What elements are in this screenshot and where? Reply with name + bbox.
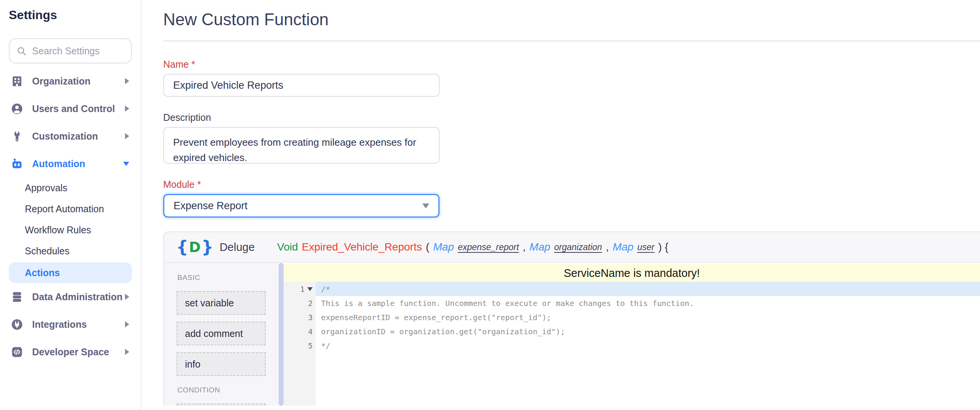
search-input[interactable] xyxy=(31,45,125,57)
sidebar-item-users-and-control[interactable]: Users and Control xyxy=(0,95,141,122)
code-text[interactable]: /* xyxy=(316,282,980,296)
code-lines: 1 /* 2 This is a sample function. Uncomm… xyxy=(284,282,980,353)
settings-sidebar: Settings Organization Users and Control xyxy=(0,0,141,410)
module-select-value: Expense Report xyxy=(174,200,248,212)
chevron-right-icon xyxy=(125,133,129,139)
module-label: Module * xyxy=(163,178,980,190)
name-field[interactable] xyxy=(163,74,440,97)
module-select[interactable]: Expense Report xyxy=(163,194,440,218)
search-icon xyxy=(16,46,27,56)
settings-app: Settings Organization Users and Control xyxy=(0,0,980,410)
code-text[interactable]: organizationID = organization.get("organ… xyxy=(316,324,980,338)
palette-scrollbar[interactable] xyxy=(279,263,284,406)
chevron-right-icon xyxy=(125,78,129,84)
signature-separator: , xyxy=(523,241,526,253)
logo-letter: D xyxy=(189,240,201,254)
sidebar-item-actions-label: Actions xyxy=(25,267,60,278)
line-number: 2 xyxy=(308,299,313,308)
sidebar-item-label: Data Administration xyxy=(32,291,123,303)
automation-subnav: Approvals Report Automation Workflow Rul… xyxy=(0,177,141,283)
page-title: New Custom Function xyxy=(163,9,980,30)
code-line[interactable]: 1 /* xyxy=(284,282,980,296)
code-editor[interactable]: ServiceName is mandatory! 1 /* 2 xyxy=(284,263,980,406)
line-number: 4 xyxy=(308,327,313,336)
palette-button-add-comment[interactable]: add comment xyxy=(177,322,266,345)
sidebar-nav: Organization Users and Control Customiza… xyxy=(0,67,141,366)
chevron-right-icon xyxy=(125,106,129,112)
code-line[interactable]: 4 organizationID = organization.get("org… xyxy=(284,324,980,338)
signature-return-type: Void xyxy=(277,241,298,253)
code-gutter: 2 xyxy=(284,299,316,308)
code-text[interactable]: expenseReportID = expense_report.get("re… xyxy=(316,310,980,324)
title-divider xyxy=(163,41,980,41)
sidebar-item-label: Organization xyxy=(32,76,91,87)
palette-section-title: BASIC xyxy=(177,273,266,282)
line-number: 3 xyxy=(308,313,313,322)
signature-separator: , xyxy=(606,241,609,253)
function-signature: Void Expired_Vehicle_Reports ( Map expen… xyxy=(277,232,672,262)
chevron-right-icon xyxy=(125,321,129,327)
chevron-right-icon xyxy=(125,349,129,355)
code-icon xyxy=(10,345,23,358)
code-line[interactable]: 2 This is a sample function. Uncomment t… xyxy=(284,296,980,310)
module-label-text: Module xyxy=(163,179,195,190)
logo-close-brace: } xyxy=(201,239,213,255)
main-content: New Custom Function Name * Description P… xyxy=(142,0,980,410)
code-line[interactable]: 3 expenseReportID = expense_report.get("… xyxy=(284,310,980,324)
fold-caret-icon[interactable] xyxy=(307,287,313,291)
palette-section-title: CONDITION xyxy=(177,386,266,394)
chevron-down-icon xyxy=(123,162,129,166)
signature-param-type: Map xyxy=(529,241,550,253)
code-gutter: 4 xyxy=(284,327,316,336)
statement-palette: BASIC set variable add comment info COND… xyxy=(164,263,279,406)
sidebar-item-developer-space[interactable]: Developer Space xyxy=(0,338,141,366)
sidebar-item-report-automation[interactable]: Report Automation xyxy=(0,198,141,220)
sidebar-item-actions[interactable]: Actions xyxy=(9,262,132,283)
sidebar-item-integrations[interactable]: Integrations xyxy=(0,311,141,338)
code-text[interactable]: This is a sample function. Uncomment to … xyxy=(316,296,980,310)
line-number: 5 xyxy=(308,341,313,350)
signature-param-name[interactable]: organization xyxy=(554,242,602,252)
name-label: Name * xyxy=(163,58,980,70)
palette-button-info[interactable]: info xyxy=(177,352,266,376)
settings-search-box[interactable] xyxy=(9,38,132,63)
sidebar-item-organization[interactable]: Organization xyxy=(0,67,141,95)
sidebar-item-customization[interactable]: Customization xyxy=(0,122,141,150)
user-icon xyxy=(10,102,23,115)
sidebar-item-schedules[interactable]: Schedules xyxy=(0,241,141,262)
signature-param-type: Map xyxy=(613,241,633,253)
sidebar-item-label: Users and Control xyxy=(32,103,115,114)
robot-icon xyxy=(10,157,23,170)
editor-header: { D } Deluge Void Expired_Vehicle_Report… xyxy=(164,232,980,263)
validation-banner: ServiceName is mandatory! xyxy=(284,264,980,282)
logo-open-brace: { xyxy=(176,239,188,255)
wrench-icon xyxy=(10,130,23,143)
signature-param-type: Map xyxy=(433,241,454,253)
code-gutter: 5 xyxy=(284,341,316,350)
sidebar-item-data-administration[interactable]: Data Administration xyxy=(0,283,141,311)
editor-brand-name: Deluge xyxy=(219,241,255,254)
building-icon xyxy=(10,75,23,88)
signature-function-name: Expired_Vehicle_Reports xyxy=(302,241,422,253)
sidebar-item-label: Customization xyxy=(32,131,98,142)
code-text[interactable]: */ xyxy=(316,338,980,353)
plug-icon xyxy=(10,318,23,331)
sidebar-item-label: Developer Space xyxy=(32,347,109,358)
line-number: 1 xyxy=(300,285,305,294)
deluge-logo-icon: { D } xyxy=(176,239,213,255)
signature-param-name[interactable]: user xyxy=(637,242,654,252)
signature-param-name[interactable]: expense_report xyxy=(458,242,519,252)
sidebar-item-workflow-rules[interactable]: Workflow Rules xyxy=(0,220,141,241)
description-label: Description xyxy=(163,111,980,124)
palette-button-set-variable[interactable]: set variable xyxy=(177,291,266,315)
palette-button-condition[interactable] xyxy=(177,403,266,406)
required-asterisk: * xyxy=(197,179,201,190)
name-label-text: Name xyxy=(163,59,189,70)
description-field[interactable]: Prevent employees from creating mileage … xyxy=(163,127,440,164)
signature-open-paren: ( xyxy=(426,241,429,253)
sidebar-item-label: Automation xyxy=(32,158,85,169)
code-line[interactable]: 5 */ xyxy=(284,338,980,353)
sidebar-item-automation[interactable]: Automation xyxy=(0,150,141,177)
dropdown-arrow-icon xyxy=(422,203,429,208)
sidebar-item-approvals[interactable]: Approvals xyxy=(0,177,141,198)
